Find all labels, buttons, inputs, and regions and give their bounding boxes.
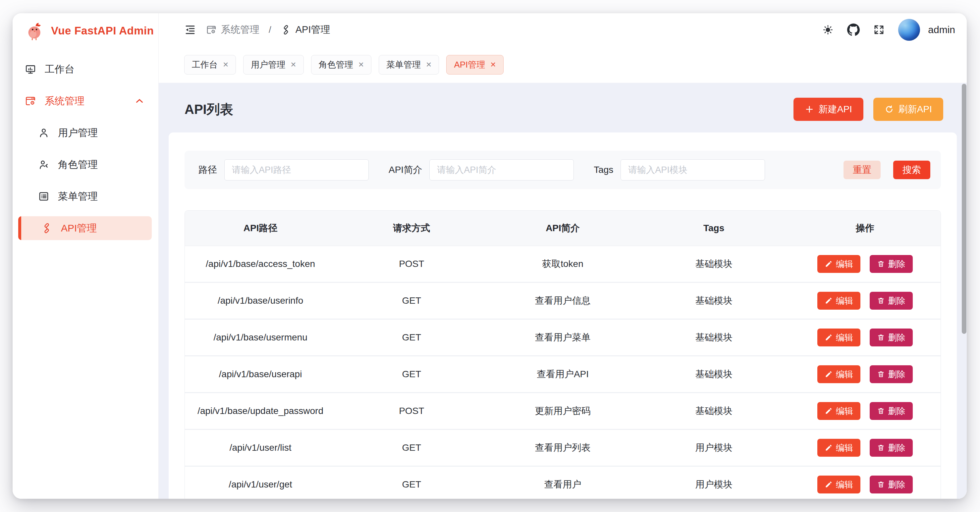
column-summary: API简介 bbox=[487, 211, 638, 246]
tab-close-icon[interactable]: × bbox=[223, 60, 228, 69]
sidebar-item-menus[interactable]: 菜单管理 bbox=[18, 184, 152, 208]
brand: Vue FastAPI Admin bbox=[13, 13, 158, 41]
tab-label: 工作台 bbox=[192, 59, 218, 70]
summary-filter-input[interactable] bbox=[430, 159, 574, 180]
delete-button[interactable]: 删除 bbox=[870, 255, 913, 273]
api-table: API路径 请求方式 API简介 Tags 操作 /api/v1/base/ac… bbox=[185, 210, 941, 499]
vertical-scrollbar-thumb[interactable] bbox=[962, 84, 966, 334]
sidebar-item-label: 系统管理 bbox=[45, 94, 84, 108]
delete-button[interactable]: 删除 bbox=[870, 475, 913, 493]
actions-cell: 编辑 删除 bbox=[789, 356, 940, 393]
button-label: 编辑 bbox=[836, 479, 853, 490]
sidebar-item-system[interactable]: 系统管理 bbox=[18, 89, 152, 113]
pencil-icon bbox=[825, 370, 832, 378]
summary-cell: 查看用户API bbox=[487, 356, 638, 393]
summary-cell: 查看用户 bbox=[487, 466, 638, 499]
sidebar-item-label: 用户管理 bbox=[58, 126, 98, 140]
table-row: /api/v1/base/access_token POST 获取token 基… bbox=[185, 246, 940, 283]
fullscreen-button[interactable] bbox=[873, 24, 884, 35]
method-cell: POST bbox=[336, 393, 487, 429]
actions-cell: 编辑 删除 bbox=[789, 283, 940, 319]
sidebar-item-users[interactable]: 用户管理 bbox=[18, 121, 152, 145]
table-body: /api/v1/base/access_token POST 获取token 基… bbox=[185, 246, 940, 499]
api-path-cell: /api/v1/base/update_password bbox=[185, 393, 336, 429]
edit-button[interactable]: 编辑 bbox=[817, 255, 861, 273]
summary-cell: 查看用户信息 bbox=[487, 283, 638, 319]
button-label: 编辑 bbox=[836, 332, 853, 343]
plus-icon bbox=[805, 105, 814, 114]
api-plug-icon bbox=[281, 24, 291, 35]
method-cell: POST bbox=[336, 246, 487, 283]
fullscreen-expand-icon bbox=[873, 24, 884, 35]
breadcrumb: 系统管理 / API管理 bbox=[206, 23, 330, 37]
sidebar-collapse-button[interactable] bbox=[184, 24, 196, 36]
main-area: API列表 新建API 刷新API bbox=[159, 83, 967, 499]
table-row: /api/v1/base/update_password POST 更新用户密码… bbox=[185, 393, 940, 429]
button-label: 删除 bbox=[888, 295, 905, 307]
breadcrumb-item-system[interactable]: 系统管理 bbox=[206, 23, 259, 37]
tab[interactable]: 工作台 × bbox=[184, 55, 236, 75]
edit-button[interactable]: 编辑 bbox=[817, 365, 861, 383]
sidebar-item-workbench[interactable]: 工作台 bbox=[18, 57, 152, 81]
path-filter-input[interactable] bbox=[224, 159, 369, 180]
tab[interactable]: 用户管理 × bbox=[243, 55, 304, 75]
tab-close-icon[interactable]: × bbox=[358, 60, 364, 69]
edit-button[interactable]: 编辑 bbox=[817, 475, 861, 493]
edit-button[interactable]: 编辑 bbox=[817, 402, 861, 420]
tab-close-icon[interactable]: × bbox=[291, 60, 296, 69]
delete-button[interactable]: 删除 bbox=[870, 365, 913, 383]
user-icon bbox=[38, 127, 49, 138]
summary-cell: 查看用户菜单 bbox=[487, 319, 638, 356]
tab[interactable]: 角色管理 × bbox=[311, 55, 371, 75]
api-path-cell: /api/v1/base/access_token bbox=[185, 246, 336, 283]
sidebar-menu: 工作台 系统管理 用户管理 bbox=[13, 41, 158, 240]
tab-label: 菜单管理 bbox=[386, 59, 421, 70]
tags-filter-input[interactable] bbox=[620, 159, 765, 180]
theme-toggle-button[interactable] bbox=[822, 24, 833, 35]
table-header: API路径 请求方式 API简介 Tags 操作 bbox=[185, 211, 940, 246]
tags-filter-label: Tags bbox=[594, 165, 613, 175]
trash-icon bbox=[877, 444, 885, 452]
tab[interactable]: API管理 × bbox=[446, 55, 503, 75]
menu-list-icon bbox=[38, 191, 49, 202]
reset-button[interactable]: 重置 bbox=[843, 161, 881, 179]
delete-button[interactable]: 删除 bbox=[870, 329, 913, 347]
tags-cell: 用户模块 bbox=[638, 429, 789, 466]
tab-label: 用户管理 bbox=[251, 59, 285, 70]
column-api-path: API路径 bbox=[185, 211, 336, 246]
trash-icon bbox=[877, 260, 885, 268]
delete-button[interactable]: 删除 bbox=[870, 292, 913, 310]
actions-cell: 编辑 删除 bbox=[789, 466, 940, 499]
header-actions: admin bbox=[822, 19, 955, 41]
pencil-icon bbox=[825, 407, 832, 415]
github-button[interactable] bbox=[847, 24, 860, 36]
breadcrumb-item-api[interactable]: API管理 bbox=[281, 23, 330, 37]
tab[interactable]: 菜单管理 × bbox=[379, 55, 439, 75]
new-api-button[interactable]: 新建API bbox=[794, 98, 863, 121]
edit-button[interactable]: 编辑 bbox=[817, 329, 861, 347]
pencil-icon bbox=[825, 334, 832, 342]
user-avatar[interactable] bbox=[898, 19, 920, 41]
refresh-api-button[interactable]: 刷新API bbox=[873, 98, 943, 121]
edit-button[interactable]: 编辑 bbox=[817, 439, 861, 457]
sidebar-item-label: API管理 bbox=[61, 221, 97, 235]
sidebar-item-api[interactable]: API管理 bbox=[18, 216, 152, 240]
button-label: 编辑 bbox=[836, 258, 853, 270]
tab-close-icon[interactable]: × bbox=[426, 60, 431, 69]
pencil-icon bbox=[825, 297, 832, 305]
delete-button[interactable]: 删除 bbox=[870, 439, 913, 457]
app-title: Vue FastAPI Admin bbox=[51, 24, 154, 37]
button-label: 删除 bbox=[888, 369, 905, 380]
api-path-cell: /api/v1/base/userinfo bbox=[185, 283, 336, 319]
delete-button[interactable]: 删除 bbox=[870, 402, 913, 420]
button-label: 删除 bbox=[888, 479, 905, 490]
button-label: 删除 bbox=[888, 332, 905, 343]
search-button[interactable]: 搜索 bbox=[893, 161, 930, 179]
page-title: API列表 bbox=[185, 100, 233, 119]
edit-button[interactable]: 编辑 bbox=[817, 292, 861, 310]
tab-label: API管理 bbox=[454, 59, 485, 70]
username[interactable]: admin bbox=[928, 24, 955, 35]
trash-icon bbox=[877, 480, 885, 488]
tab-close-icon[interactable]: × bbox=[490, 60, 496, 69]
sidebar-item-roles[interactable]: 角色管理 bbox=[18, 153, 152, 176]
